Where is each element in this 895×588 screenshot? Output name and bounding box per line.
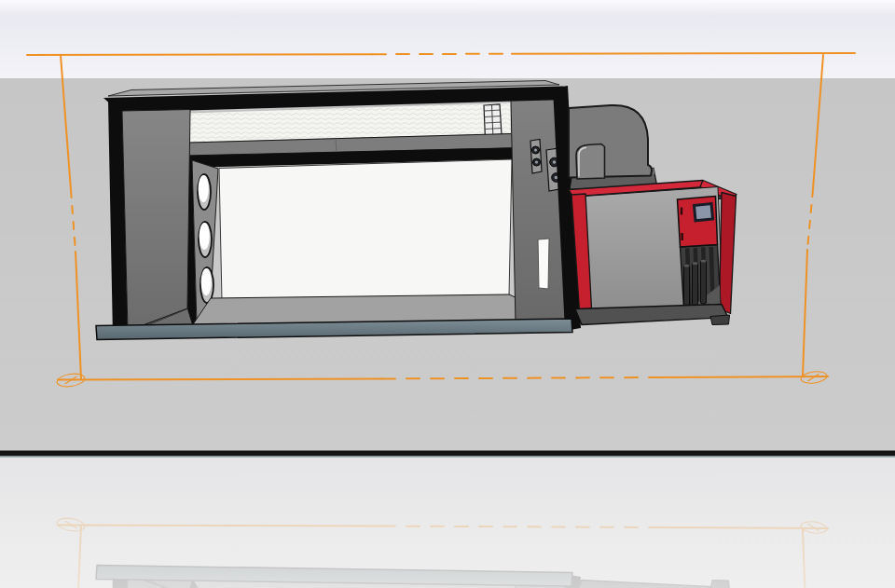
louver-opening bbox=[681, 245, 722, 308]
socket-pin bbox=[553, 160, 557, 164]
floor-edge-highlight bbox=[0, 457, 895, 458]
white-front-panel bbox=[219, 159, 512, 300]
plate bbox=[530, 140, 542, 174]
socket-pin bbox=[535, 161, 538, 164]
reflection-fade bbox=[0, 458, 895, 588]
duct-outlet-small bbox=[576, 144, 605, 180]
vent-hole bbox=[199, 222, 212, 257]
door-hinge bbox=[681, 208, 682, 215]
sky-band bbox=[0, 0, 895, 79]
control-cabinet-door bbox=[678, 197, 718, 248]
oval-vent-holes bbox=[198, 174, 213, 303]
floor-edge-band bbox=[0, 451, 895, 457]
red-compressor-unit bbox=[569, 181, 737, 325]
3d-viewport[interactable] bbox=[0, 0, 895, 588]
wall-socket-plate-small bbox=[530, 140, 542, 174]
vent-hole bbox=[198, 174, 211, 210]
door-hinge bbox=[682, 233, 683, 240]
base-foot bbox=[710, 315, 730, 325]
filter-cap bbox=[701, 259, 707, 262]
filter bbox=[701, 260, 707, 304]
acoustic-enclosure bbox=[96, 81, 581, 340]
filter-cap bbox=[693, 262, 698, 265]
wall-white-opening bbox=[538, 239, 549, 289]
filter bbox=[693, 263, 698, 306]
filter bbox=[684, 265, 690, 307]
socket-pin bbox=[534, 149, 537, 152]
filter-cap bbox=[684, 264, 690, 267]
controller-screen bbox=[695, 204, 713, 221]
left-wall bbox=[122, 110, 190, 332]
filter-cylinders bbox=[684, 259, 707, 307]
render-canvas[interactable] bbox=[0, 0, 895, 588]
vent-hole bbox=[200, 267, 213, 303]
